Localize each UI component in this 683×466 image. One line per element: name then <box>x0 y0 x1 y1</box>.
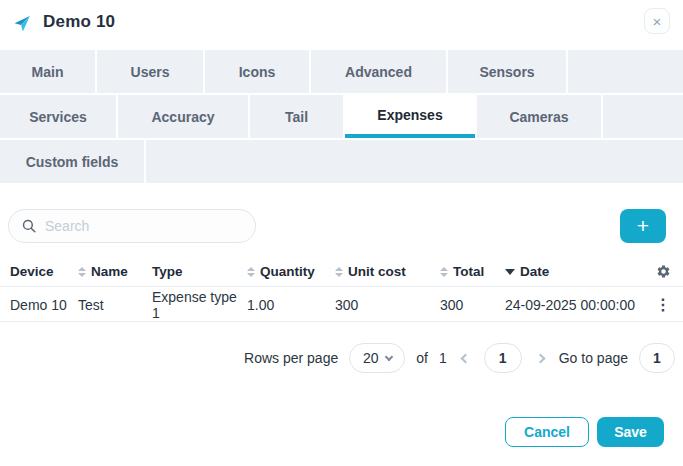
cell-value: 300 <box>335 297 358 313</box>
chevron-right-icon <box>535 353 545 363</box>
of-label: of <box>416 350 428 366</box>
current-page-value: 1 <box>499 350 507 366</box>
next-page-button[interactable] <box>533 351 548 366</box>
tab-label: Cameras <box>509 109 568 125</box>
settings-tabs: Main Users Icons Advanced Sensors Servic… <box>0 50 683 185</box>
sort-icon <box>335 267 343 277</box>
plus-icon: + <box>637 215 649 236</box>
dialog-title-group: Demo 10 <box>14 12 115 32</box>
cell-actions: ⋮ <box>652 288 674 321</box>
tab-services[interactable]: Services <box>0 95 116 138</box>
add-expense-button[interactable]: + <box>620 209 666 243</box>
tab-custom-fields[interactable]: Custom fields <box>0 140 144 183</box>
cell-unit-cost: 300 <box>335 288 435 321</box>
column-settings-cell <box>652 257 674 286</box>
search-icon <box>21 218 37 234</box>
rows-per-page-select[interactable]: 20 <box>349 343 405 373</box>
tab-label: Expenses <box>377 107 442 123</box>
column-header-unit-cost[interactable]: Unit cost <box>335 257 435 286</box>
chevron-left-icon <box>460 353 470 363</box>
tab-row-filler <box>146 140 683 183</box>
search-box <box>8 209 256 243</box>
close-icon: × <box>653 14 662 29</box>
tab-expenses[interactable]: Expenses <box>345 95 475 138</box>
tab-row-1: Main Users Icons Advanced Sensors <box>0 50 683 93</box>
tab-tail[interactable]: Tail <box>250 95 343 138</box>
pagination: Rows per page 20 of 1 1 Go to page <box>0 341 675 375</box>
cell-device: Demo 10 <box>10 288 72 321</box>
tab-label: Tail <box>285 109 308 125</box>
table-row: Demo 10 Test Expense type 1 1.00 300 300… <box>0 288 683 322</box>
column-label: Unit cost <box>348 264 406 279</box>
previous-page-button[interactable] <box>458 351 473 366</box>
column-label: Device <box>10 264 54 279</box>
save-button[interactable]: Save <box>597 417 664 447</box>
sort-icon <box>78 267 86 277</box>
tab-label: Services <box>29 109 87 125</box>
search-input[interactable] <box>45 218 255 234</box>
tab-row-filler <box>603 95 683 138</box>
tab-label: Sensors <box>479 64 534 80</box>
tab-label: Custom fields <box>26 154 119 170</box>
tab-main[interactable]: Main <box>0 50 95 93</box>
current-page-button[interactable]: 1 <box>484 343 522 373</box>
tab-label: Users <box>131 64 170 80</box>
rows-per-page-value: 20 <box>363 350 379 366</box>
dialog-footer: Cancel Save <box>505 417 664 447</box>
column-label: Quantity <box>260 264 315 279</box>
tab-row-2: Services Accuracy Tail Expenses Cameras <box>0 95 683 138</box>
tab-advanced[interactable]: Advanced <box>311 50 446 93</box>
tab-icons[interactable]: Icons <box>205 50 309 93</box>
go-to-page-input[interactable] <box>640 350 674 366</box>
column-header-type[interactable]: Type <box>152 257 244 286</box>
column-label: Type <box>152 264 183 279</box>
cell-type: Expense type 1 <box>152 288 244 321</box>
chevron-down-icon <box>384 352 392 360</box>
tab-label: Icons <box>239 64 276 80</box>
column-header-device[interactable]: Device <box>10 257 72 286</box>
dialog-title: Demo 10 <box>43 12 115 32</box>
go-to-page-label: Go to page <box>559 350 628 366</box>
navigation-arrow-icon <box>14 12 34 32</box>
sort-icon <box>247 267 255 277</box>
column-label: Total <box>453 264 484 279</box>
cell-quantity: 1.00 <box>247 288 331 321</box>
cell-total: 300 <box>440 288 500 321</box>
cell-name: Test <box>78 288 146 321</box>
cell-value: 1.00 <box>247 297 274 313</box>
cell-date: 24-09-2025 00:00:00 <box>505 288 655 321</box>
close-button[interactable]: × <box>644 8 670 34</box>
column-header-name[interactable]: Name <box>78 257 146 286</box>
cell-value: Demo 10 <box>10 297 67 313</box>
column-header-date[interactable]: Date <box>505 257 655 286</box>
go-to-page-field <box>639 343 675 373</box>
cell-value: 24-09-2025 00:00:00 <box>505 297 635 313</box>
column-header-total[interactable]: Total <box>440 257 500 286</box>
tab-accuracy[interactable]: Accuracy <box>118 95 248 138</box>
column-header-quantity[interactable]: Quantity <box>247 257 331 286</box>
row-menu-button[interactable]: ⋮ <box>655 297 671 313</box>
tab-users[interactable]: Users <box>97 50 203 93</box>
dialog-header: Demo 10 × <box>0 0 683 48</box>
tab-row-3: Custom fields <box>0 140 683 183</box>
device-settings-dialog: Demo 10 × Main Users Icons Advanced Sens… <box>0 0 683 466</box>
tab-cameras[interactable]: Cameras <box>477 95 601 138</box>
tab-row-filler <box>568 50 683 93</box>
rows-per-page-label: Rows per page <box>244 350 338 366</box>
tab-label: Accuracy <box>151 109 214 125</box>
tab-label: Advanced <box>345 64 412 80</box>
tab-sensors[interactable]: Sensors <box>448 50 566 93</box>
table-header: Device Name Type Quantity Unit cost Tota… <box>0 257 683 287</box>
column-label: Date <box>520 264 549 279</box>
gear-icon <box>656 264 671 279</box>
kebab-icon: ⋮ <box>655 296 671 313</box>
table-settings-button[interactable] <box>656 264 671 279</box>
sort-icon <box>440 267 448 277</box>
cell-value: 300 <box>440 297 463 313</box>
cell-value: Expense type 1 <box>152 289 244 321</box>
column-label: Name <box>91 264 128 279</box>
total-pages: 1 <box>439 350 447 366</box>
cell-value: Test <box>78 297 104 313</box>
cancel-button[interactable]: Cancel <box>505 417 589 447</box>
sort-desc-icon <box>505 269 515 275</box>
